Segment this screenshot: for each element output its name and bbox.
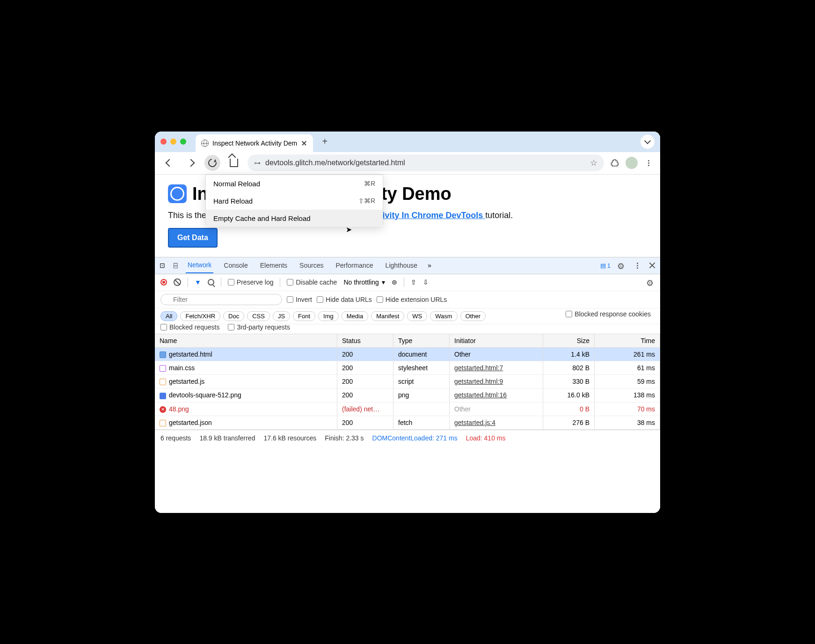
close-devtools-icon[interactable] bbox=[649, 262, 655, 269]
col-size[interactable]: Size bbox=[543, 334, 595, 347]
file-icon bbox=[160, 420, 166, 426]
tab-title: Inspect Network Activity Dem bbox=[212, 139, 297, 147]
col-time[interactable]: Time bbox=[595, 334, 660, 347]
inspect-icon[interactable]: ⊡ bbox=[160, 262, 165, 269]
col-name[interactable]: Name bbox=[155, 334, 337, 347]
network-conditions-icon[interactable]: ⊚ bbox=[392, 278, 397, 286]
blocked-cookies-checkbox[interactable]: Blocked response cookies bbox=[566, 310, 651, 318]
titlebar: Inspect Network Activity Dem + bbox=[155, 132, 660, 152]
ctx-label: Empty Cache and Hard Reload bbox=[213, 214, 311, 222]
browser-menu-button[interactable] bbox=[643, 158, 654, 168]
download-har-icon[interactable]: ⇩ bbox=[423, 278, 429, 286]
hide-extension-urls-checkbox[interactable]: Hide extension URLs bbox=[377, 296, 447, 303]
reload-button[interactable] bbox=[204, 155, 220, 171]
chevron-down-icon: ▾ bbox=[382, 278, 385, 286]
extra-filter-row: Blocked response cookies bbox=[155, 307, 660, 321]
file-icon bbox=[160, 393, 166, 399]
new-tab-button[interactable]: + bbox=[318, 135, 332, 149]
tab-lighthouse[interactable]: Lighthouse bbox=[384, 258, 420, 273]
address-bar[interactable]: ⊶ devtools.glitch.me/network/getstarted.… bbox=[247, 154, 604, 171]
filter-input[interactable] bbox=[160, 294, 282, 305]
minimize-window-button[interactable] bbox=[170, 139, 176, 145]
preserve-log-checkbox[interactable]: Preserve log bbox=[228, 278, 274, 286]
forward-button[interactable] bbox=[183, 155, 199, 171]
site-info-icon[interactable]: ⊶ bbox=[254, 159, 261, 167]
browser-toolbar: ⊶ devtools.glitch.me/network/getstarted.… bbox=[155, 152, 660, 175]
tab-elements[interactable]: Elements bbox=[258, 258, 289, 273]
bookmark-star-icon[interactable]: ☆ bbox=[590, 158, 597, 168]
sb-requests: 6 requests bbox=[160, 434, 191, 442]
sb-finish: Finish: 2.33 s bbox=[325, 434, 364, 442]
settings-gear-icon[interactable] bbox=[617, 261, 626, 270]
upload-har-icon[interactable]: ⇧ bbox=[411, 278, 416, 286]
close-window-button[interactable] bbox=[160, 139, 167, 145]
ctx-empty-cache-hard-reload[interactable]: Empty Cache and Hard Reload bbox=[206, 210, 383, 227]
search-icon[interactable] bbox=[208, 279, 214, 285]
invert-checkbox[interactable]: Invert bbox=[287, 296, 312, 303]
network-toolbar: ▼ Preserve log Disable cache No throttli… bbox=[155, 274, 660, 291]
messages-badge[interactable]: ▤ 1 bbox=[600, 262, 611, 269]
clear-button[interactable] bbox=[174, 278, 181, 286]
home-button[interactable] bbox=[226, 155, 242, 171]
devtools-panel: ⊡ ⌸ Network Console Elements Sources Per… bbox=[155, 257, 660, 513]
sb-load: Load: 410 ms bbox=[466, 434, 506, 442]
disable-cache-checkbox[interactable]: Disable cache bbox=[287, 278, 337, 286]
col-initiator[interactable]: Initiator bbox=[450, 334, 543, 347]
reload-context-menu: Normal Reload ⌘R Hard Reload ⇧⌘R Empty C… bbox=[205, 175, 383, 227]
more-tabs-icon[interactable]: » bbox=[428, 262, 431, 269]
ctx-label: Hard Reload bbox=[213, 197, 253, 205]
file-icon bbox=[160, 379, 166, 385]
table-row[interactable]: getstarted.html200documentOther1.4 kB261… bbox=[155, 348, 660, 361]
tab-console[interactable]: Console bbox=[222, 258, 249, 273]
network-settings-icon[interactable] bbox=[646, 278, 655, 286]
cursor-icon: ➤ bbox=[346, 225, 352, 234]
tab-performance[interactable]: Performance bbox=[334, 258, 375, 273]
close-tab-icon[interactable] bbox=[301, 140, 307, 146]
throttling-select[interactable]: No throttling ▾ bbox=[343, 278, 385, 286]
ctx-hard-reload[interactable]: Hard Reload ⇧⌘R bbox=[206, 192, 383, 210]
globe-icon bbox=[201, 139, 209, 147]
preserve-log-label: Preserve log bbox=[237, 278, 274, 286]
browser-tab[interactable]: Inspect Network Activity Dem bbox=[196, 134, 313, 152]
hide-ext-label: Hide extension URLs bbox=[386, 296, 447, 303]
throttling-label: No throttling bbox=[343, 278, 378, 286]
ctx-normal-reload[interactable]: Normal Reload ⌘R bbox=[206, 175, 383, 192]
network-table: Name Status Type Initiator Size Time get… bbox=[155, 334, 660, 430]
tab-network[interactable]: Network bbox=[186, 257, 213, 273]
back-button[interactable] bbox=[161, 155, 177, 171]
intro-prefix: This is the bbox=[168, 211, 209, 220]
table-row[interactable]: getstarted.json200fetchgetstarted.js:427… bbox=[155, 416, 660, 430]
invert-label: Invert bbox=[296, 296, 312, 303]
chrome-logo-icon bbox=[168, 184, 187, 203]
record-button[interactable] bbox=[160, 279, 167, 285]
table-row[interactable]: devtools-square-512.png200pnggetstarted.… bbox=[155, 388, 660, 402]
url-text: devtools.glitch.me/network/getstarted.ht… bbox=[265, 159, 405, 167]
maximize-window-button[interactable] bbox=[180, 139, 186, 145]
sb-domcontentloaded: DOMContentLoaded: 271 ms bbox=[372, 434, 458, 442]
file-icon bbox=[160, 351, 166, 358]
separator bbox=[188, 278, 188, 287]
separator bbox=[221, 278, 221, 287]
traffic-lights bbox=[160, 139, 186, 145]
tab-sources[interactable]: Sources bbox=[298, 258, 325, 273]
get-data-button[interactable]: Get Data bbox=[168, 228, 218, 248]
filter-toggle-icon[interactable]: ▼ bbox=[195, 278, 201, 286]
tab-expand-button[interactable] bbox=[640, 135, 655, 149]
hide-data-urls-checkbox[interactable]: Hide data URLs bbox=[317, 296, 372, 303]
device-icon[interactable]: ⌸ bbox=[174, 262, 177, 269]
table-row[interactable]: main.css200stylesheetgetstarted.html:780… bbox=[155, 361, 660, 375]
home-icon bbox=[230, 159, 238, 167]
third-party-checkbox[interactable]: 3rd-party requests bbox=[228, 323, 290, 331]
blocked-requests-checkbox[interactable]: Blocked requests bbox=[160, 323, 219, 331]
extensions-button[interactable] bbox=[610, 158, 620, 168]
col-status[interactable]: Status bbox=[337, 334, 393, 347]
profile-avatar[interactable] bbox=[626, 157, 638, 169]
table-row[interactable]: getstarted.js200scriptgetstarted.html:93… bbox=[155, 375, 660, 388]
messages-count: 1 bbox=[607, 262, 611, 269]
page-content: Normal Reload ⌘R Hard Reload ⇧⌘R Empty C… bbox=[155, 175, 660, 257]
col-type[interactable]: Type bbox=[393, 334, 450, 347]
arrow-left-icon bbox=[166, 159, 174, 167]
table-row[interactable]: ✕48.png(failed) net…Other0 B70 ms bbox=[155, 402, 660, 416]
devtools-menu-button[interactable] bbox=[632, 262, 642, 269]
browser-window: Inspect Network Activity Dem + ⊶ devtool… bbox=[155, 132, 660, 513]
